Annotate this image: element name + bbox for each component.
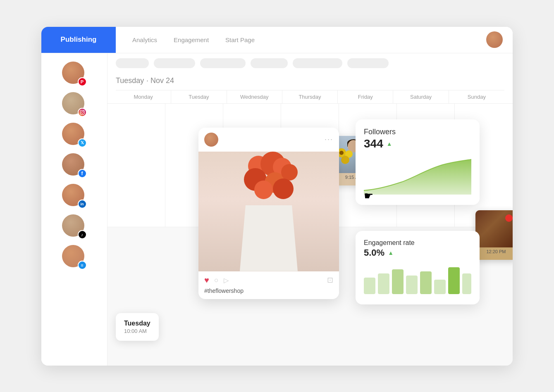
- tab-publishing[interactable]: Publishing: [41, 27, 116, 53]
- followers-count: 344 ▲: [364, 137, 471, 150]
- tab-start-page[interactable]: Start Page: [225, 36, 255, 43]
- facebook-badge: f: [78, 169, 87, 178]
- cal-day-sunday: Sunday: [449, 90, 504, 103]
- svg-rect-6: [406, 276, 418, 294]
- svg-rect-7: [420, 271, 432, 294]
- cal-day-wednesday: Wednesday: [227, 90, 282, 103]
- followers-card: Followers 344 ▲: [356, 119, 480, 205]
- cal-day-label: Tuesday: [116, 76, 144, 85]
- filter-pill-3: [200, 58, 246, 68]
- pinterest-badge: P: [78, 77, 87, 86]
- schedule-day-card: Tuesday 10:00 AM: [116, 313, 159, 341]
- main-body: P 𝕏 f in ♪: [41, 53, 513, 366]
- small-thumb-time: 12:20 PM: [475, 247, 513, 256]
- instagram-badge: [78, 108, 87, 117]
- sidebar-item-linkedin[interactable]: in: [62, 184, 87, 209]
- svg-rect-3: [364, 278, 375, 294]
- svg-point-2: [83, 111, 84, 112]
- tab-analytics[interactable]: Analytics: [132, 36, 157, 43]
- post-card: ···: [198, 128, 339, 299]
- buffer-badge: ≡: [78, 261, 87, 270]
- filter-pill-1: [116, 58, 149, 68]
- sidebar-item-facebook[interactable]: f: [62, 153, 87, 178]
- sidebar-item-instagram[interactable]: [62, 92, 87, 117]
- followers-chart: [364, 155, 471, 197]
- small-thumb-image: [475, 210, 513, 247]
- cal-day-monday: Monday: [116, 90, 171, 103]
- cal-day-friday: Friday: [338, 90, 393, 103]
- user-avatar[interactable]: [486, 31, 503, 48]
- tab-engagement[interactable]: Engagement: [174, 36, 209, 43]
- post-card-footer: ♥ ○ ▷ ⊡ #theflowershop: [198, 271, 339, 299]
- calendar-days-row: Monday Tuesday Wednesday Thursday Friday…: [116, 90, 504, 103]
- top-nav: Publishing Analytics Engagement Start Pa…: [41, 27, 513, 53]
- cal-cell-monday: [107, 104, 165, 227]
- sidebar-item-pinterest[interactable]: P: [62, 62, 87, 86]
- schedule-day-time: 10:00 AM: [124, 328, 150, 334]
- cal-day-saturday: Saturday: [393, 90, 449, 103]
- calendar-date-heading: Tuesday · Nov 24: [116, 72, 504, 90]
- filter-row: [116, 58, 504, 72]
- nav-tabs: Analytics Engagement Start Page: [116, 36, 486, 43]
- filter-pill-4: [251, 58, 288, 68]
- sidebar: P 𝕏 f in ♪: [41, 53, 107, 366]
- comment-icon[interactable]: ○: [214, 276, 219, 285]
- svg-rect-5: [392, 269, 404, 294]
- cal-day-thursday: Thursday: [282, 90, 338, 103]
- filter-pill-2: [154, 58, 195, 68]
- linkedin-badge: in: [78, 200, 87, 209]
- small-post-thumbnail[interactable]: 12:20 PM: [475, 210, 513, 260]
- post-caption: #theflowershop: [204, 287, 333, 294]
- sidebar-item-tiktok[interactable]: ♪: [62, 214, 87, 239]
- followers-label: Followers: [364, 128, 471, 136]
- twitter-badge: 𝕏: [78, 138, 87, 147]
- engagement-trend-icon: ▲: [388, 249, 394, 256]
- content-area: Tuesday · Nov 24 Monday Tuesday Wednesda…: [107, 53, 513, 366]
- schedule-day-title: Tuesday: [124, 320, 150, 327]
- svg-rect-4: [378, 273, 389, 294]
- sidebar-item-twitter[interactable]: 𝕏: [62, 123, 87, 147]
- post-card-header: ···: [198, 128, 339, 152]
- engagement-number: 5.0%: [364, 247, 384, 258]
- followers-trend-icon: ▲: [387, 140, 392, 147]
- bookmark-icon[interactable]: ⊡: [327, 276, 333, 285]
- svg-rect-10: [462, 273, 471, 294]
- heart-icon[interactable]: ♥: [204, 276, 209, 285]
- app-container: Publishing Analytics Engagement Start Pa…: [41, 27, 513, 366]
- post-card-avatar: [204, 133, 218, 147]
- svg-point-1: [81, 111, 83, 113]
- post-actions: ♥ ○ ▷ ⊡: [204, 276, 333, 285]
- engagement-chart: [364, 263, 471, 296]
- filter-pill-6: [347, 58, 389, 68]
- sidebar-item-buffer[interactable]: ≡: [62, 245, 87, 270]
- svg-rect-9: [448, 267, 460, 294]
- cal-day-tuesday: Tuesday: [171, 90, 227, 103]
- post-card-image: [198, 152, 339, 271]
- engagement-card: Engagement rate 5.0% ▲: [356, 231, 480, 304]
- cursor-pointer: ☛: [364, 190, 373, 202]
- calendar-header: Tuesday · Nov 24 Monday Tuesday Wednesda…: [107, 53, 513, 103]
- engagement-label: Engagement rate: [364, 239, 471, 247]
- send-icon[interactable]: ▷: [224, 276, 229, 284]
- engagement-value: 5.0% ▲: [364, 247, 471, 258]
- post-card-dots[interactable]: ···: [325, 135, 333, 144]
- followers-number: 344: [364, 137, 383, 150]
- cal-date-sub: · Nov 24: [146, 76, 174, 85]
- filter-pill-5: [293, 58, 342, 68]
- tiktok-badge: ♪: [78, 230, 87, 239]
- svg-rect-8: [434, 280, 446, 294]
